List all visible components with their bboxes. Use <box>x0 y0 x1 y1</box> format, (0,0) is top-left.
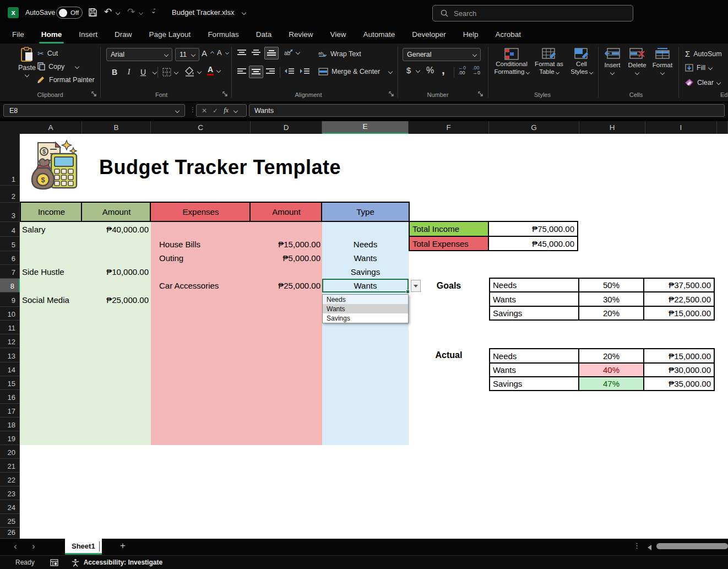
cell-type-savings[interactable]: Savings <box>322 265 409 279</box>
fill-handle[interactable] <box>406 290 410 294</box>
redo-icon[interactable]: ↷ <box>127 6 135 18</box>
cancel-entry-icon[interactable]: ✕ <box>202 107 207 115</box>
underline-button[interactable]: U <box>137 66 156 79</box>
insert-cells-button[interactable]: Insert <box>601 48 623 74</box>
sheet-tab-sheet1[interactable]: Sheet1 <box>65 539 102 555</box>
menu-home[interactable]: Home <box>40 27 63 42</box>
align-left-button[interactable] <box>237 68 247 75</box>
cell-type-wants[interactable]: Wants <box>322 251 409 265</box>
orientation-button[interactable]: ab <box>284 48 300 57</box>
hscroll-thumb[interactable] <box>656 543 728 549</box>
income-band[interactable] <box>20 222 151 445</box>
row-header-7[interactable]: 7 <box>0 265 20 279</box>
row-header-26[interactable]: 26 <box>0 528 20 539</box>
align-center-button[interactable] <box>249 66 263 78</box>
new-sheet-button[interactable]: + <box>120 540 126 551</box>
menu-insert[interactable]: Insert <box>78 27 99 42</box>
actual-savings-amount[interactable]: ₱35,000.00 <box>644 377 715 391</box>
format-cells-button[interactable]: Format <box>650 48 675 74</box>
cell-salary-amount[interactable]: ₱40,000.00 <box>82 222 149 237</box>
insert-function-icon[interactable]: fx <box>224 106 229 115</box>
actual-savings-pct[interactable]: 47% <box>579 377 644 391</box>
cell-side-hustle-amount[interactable]: ₱10,000.00 <box>82 265 149 279</box>
increase-decimal-button[interactable]: ←0.00 <box>458 66 466 75</box>
row-header-12[interactable]: 12 <box>0 334 20 348</box>
actual-wants-amount[interactable]: ₱30,000.00 <box>644 364 715 377</box>
goals-wants-pct[interactable]: 30% <box>579 292 644 307</box>
total-income-value[interactable]: ₱75,000.00 <box>489 222 578 237</box>
decrease-decimal-button[interactable]: .00→0 <box>472 66 480 75</box>
autosave-toggle[interactable]: Off <box>56 7 83 19</box>
income-header[interactable]: Income <box>20 202 83 222</box>
macro-record-icon[interactable] <box>50 559 58 566</box>
row-header-3[interactable]: 3 <box>0 203 20 222</box>
menu-help[interactable]: Help <box>462 27 480 42</box>
cell-side-hustle[interactable]: Side Hustle <box>22 265 80 279</box>
menu-automate[interactable]: Automate <box>362 27 396 42</box>
format-as-table-button[interactable]: Format asTable <box>532 48 566 75</box>
font-family-combo[interactable]: Arial <box>106 48 172 61</box>
undo-chevron-icon[interactable] <box>116 10 120 15</box>
total-expenses-label[interactable]: Total Expenses <box>410 237 489 251</box>
alignment-dialog-launcher[interactable] <box>389 91 394 97</box>
row-header-13[interactable]: 13 <box>0 348 20 362</box>
type-header[interactable]: Type <box>321 202 410 222</box>
column-header-h[interactable]: H <box>579 121 645 134</box>
paste-button[interactable]: Paste <box>14 47 40 77</box>
expenses-amount-header[interactable]: Amount <box>249 202 323 222</box>
actual-needs-amount[interactable]: ₱15,000.00 <box>644 349 715 364</box>
row-header-11[interactable]: 11 <box>0 321 20 334</box>
income-amount-header[interactable]: Amount <box>81 202 152 222</box>
next-sheet-icon[interactable]: › <box>32 541 35 552</box>
row-header-21[interactable]: 21 <box>0 459 20 473</box>
column-header-i[interactable]: I <box>645 121 717 134</box>
total-income-label[interactable]: Total Income <box>410 222 489 237</box>
expenses-header[interactable]: Expenses <box>150 202 252 222</box>
row-header-19[interactable]: 19 <box>0 431 20 445</box>
column-header-e[interactable]: E <box>322 121 409 134</box>
column-header-b[interactable]: B <box>82 121 151 134</box>
menu-review[interactable]: Review <box>287 27 314 42</box>
increase-indent-button[interactable] <box>300 68 310 75</box>
search-box[interactable] <box>432 5 633 21</box>
format-painter-button[interactable]: Format Painter <box>37 76 95 84</box>
grow-font-button[interactable]: A <box>202 48 214 58</box>
menu-developer[interactable]: Developer <box>411 27 447 42</box>
number-format-combo[interactable]: General <box>403 48 481 61</box>
font-dialog-launcher[interactable] <box>222 91 228 97</box>
menu-formulas[interactable]: Formulas <box>207 27 240 42</box>
undo-icon[interactable]: ↶ <box>104 6 112 18</box>
fill-button[interactable]: Fill <box>685 64 712 72</box>
quick-access-chevron-icon[interactable]: ⌄̄ <box>151 8 156 15</box>
menu-draw[interactable]: Draw <box>113 27 133 42</box>
dropdown-option-needs[interactable]: Needs <box>323 295 408 304</box>
row-header-20[interactable]: 20 <box>0 445 20 459</box>
row-header-23[interactable]: 23 <box>0 486 20 500</box>
row-header-6[interactable]: 6 <box>0 251 20 265</box>
menu-data[interactable]: Data <box>255 27 273 42</box>
goals-savings-amount[interactable]: ₱15,000.00 <box>644 307 715 321</box>
delete-cells-button[interactable]: Delete <box>626 48 649 74</box>
goals-wants-amount[interactable]: ₱22,500.00 <box>644 292 715 307</box>
decrease-indent-button[interactable] <box>284 68 295 75</box>
row-header-18[interactable]: 18 <box>0 418 20 431</box>
fill-color-button[interactable] <box>185 67 201 77</box>
percent-style-button[interactable]: % <box>426 66 434 75</box>
goals-savings-label[interactable]: Savings <box>490 307 579 321</box>
actual-wants-label[interactable]: Wants <box>490 364 579 377</box>
accounting-format-button[interactable]: $ <box>406 66 420 75</box>
save-icon[interactable] <box>88 8 97 17</box>
cell-car-accessories-amount[interactable]: ₱25,000.00 <box>251 279 320 292</box>
number-dialog-launcher[interactable] <box>478 91 483 97</box>
search-input[interactable] <box>454 9 619 18</box>
font-size-combo[interactable]: 11 <box>175 48 199 61</box>
goals-needs-label[interactable]: Needs <box>490 279 579 292</box>
goals-needs-amount[interactable]: ₱37,500.00 <box>644 279 715 292</box>
align-top-button[interactable] <box>237 49 247 56</box>
copy-button[interactable]: Copy <box>37 62 79 71</box>
actual-label[interactable]: Actual <box>409 348 489 362</box>
selected-cell-e8[interactable]: Wants <box>322 279 409 292</box>
merge-center-button[interactable]: Merge & Center <box>318 68 392 75</box>
row-header-9[interactable]: 9 <box>0 292 20 307</box>
scrollbar-dots-icon[interactable]: ⋮ <box>633 541 640 550</box>
